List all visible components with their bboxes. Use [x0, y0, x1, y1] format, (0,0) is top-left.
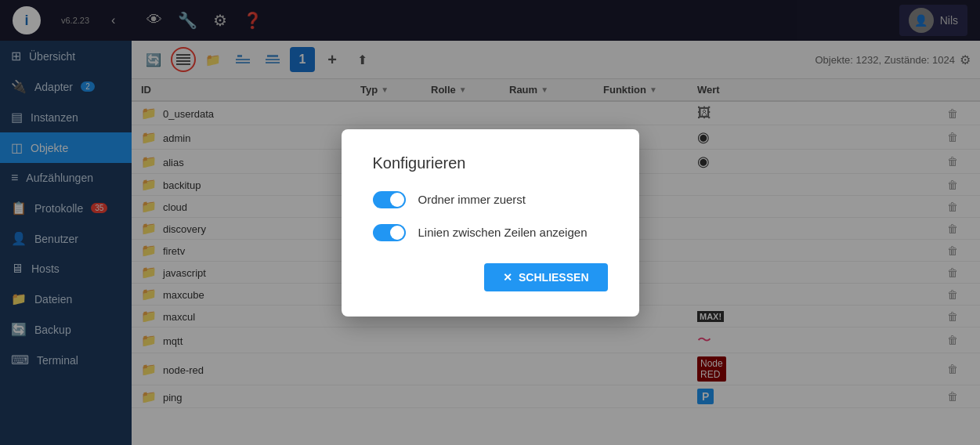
konfigurieren-dialog: Konfigurieren Ordner immer zuerst Linien…	[342, 129, 639, 317]
dialog-title: Konfigurieren	[373, 154, 608, 172]
dialog-row-option2: Linien zwischen Zeilen anzeigen	[373, 224, 608, 241]
dialog-footer: ✕ SCHLIESSEN	[373, 263, 608, 291]
option1-label: Ordner immer zuerst	[418, 193, 526, 206]
modal-overlay[interactable]: Konfigurieren Ordner immer zuerst Linien…	[0, 0, 980, 445]
option2-label: Linien zwischen Zeilen anzeigen	[418, 226, 588, 239]
toggle-linien-zeigen[interactable]	[373, 224, 406, 241]
dialog-row-option1: Ordner immer zuerst	[373, 191, 608, 208]
close-dialog-button[interactable]: ✕ SCHLIESSEN	[484, 263, 607, 291]
close-x-icon: ✕	[503, 271, 512, 284]
close-button-label: SCHLIESSEN	[519, 271, 588, 284]
toggle-ordner-immer-zuerst[interactable]	[373, 191, 406, 208]
